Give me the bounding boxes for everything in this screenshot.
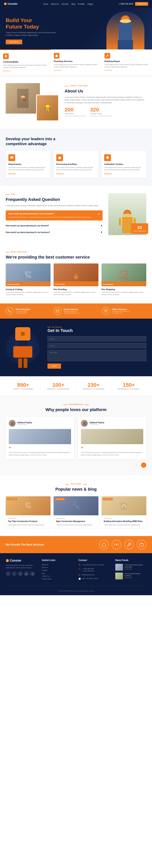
service-link-1[interactable]: Read More — [54, 69, 61, 71]
test-tag: Testimonials — [69, 403, 84, 405]
touch-email-input[interactable] — [47, 343, 146, 348]
testimonials-section: Testimonials Why people loves our platfo… — [0, 396, 152, 475]
faq-item-active[interactable]: How would I go about planning for my ren… — [6, 210, 103, 220]
adv-link-1[interactable]: Read More — [56, 173, 64, 174]
blog-content-1: Management Agile Construction Management… — [53, 515, 99, 528]
touch-section: Get In Touch Get In Touch Send — [0, 319, 152, 376]
adv-text-0: Lorem ipsum dolor sit amet, consectetur … — [8, 166, 48, 171]
test-header-1: 👤 Edward Hophy The Manager — [81, 420, 143, 427]
contact-button[interactable]: Contact Us — [135, 2, 148, 6]
blog-img-2: 15 Mar 2023 🏠 — [102, 496, 146, 515]
nav-home[interactable]: Home — [43, 3, 48, 5]
nav-portfolio[interactable]: Portfolio — [78, 3, 85, 5]
faq-chevron-1: ▼ — [100, 224, 103, 227]
service-name-2: Fire Stopping — [102, 288, 146, 290]
stats-item-1: 100+ Project Completed — [41, 382, 76, 390]
svg-rect-2 — [10, 156, 13, 158]
faq-question-0[interactable]: How would I go about planning for my ren… — [8, 212, 100, 215]
test-tag-line-left — [63, 405, 67, 405]
service-img-1: 🔥 Fire Proofing — [53, 264, 99, 286]
nav-pages[interactable]: Pages — [87, 3, 93, 5]
footer-clock-icon: 🕐 — [78, 578, 81, 580]
social-youtube[interactable]: ▶ — [24, 571, 29, 576]
footer-location-icon: 📍 — [78, 564, 81, 566]
nav-blog[interactable]: Blog — [71, 3, 75, 5]
blog-img-1: 18 Mar 2023 🔧 — [53, 496, 99, 515]
faq-desc: Lorem ipsum dolor sit amet, consectetur … — [6, 204, 103, 207]
nav-about[interactable]: About Us — [51, 3, 59, 5]
footer-link-1[interactable]: Services — [42, 567, 73, 568]
stats-item-0: 890+ Happy Customers — [6, 382, 41, 390]
footer-link-5[interactable]: Privacy Policy — [42, 578, 73, 580]
faq-question-2[interactable]: How would I go about planning for my bus… — [6, 231, 103, 234]
nav-services[interactable]: Services — [62, 3, 69, 5]
cs-tag-line — [6, 252, 9, 252]
service-link-0[interactable]: Read More — [3, 70, 11, 72]
customer-service-section: Best Services We're providing the best c… — [0, 243, 152, 303]
service-overlay-1: Fire Proofing — [53, 281, 99, 286]
adv-link-0[interactable]: Read More — [8, 173, 16, 174]
social-twitter[interactable]: t — [12, 571, 17, 576]
faq-item-2[interactable]: How would I go about planning for my bus… — [6, 229, 103, 236]
footer-brand-text: Lorem ipsum dolor sit amet, consectetur … — [6, 564, 36, 569]
adv-link-2[interactable]: Read More — [104, 173, 112, 174]
footer: C Conster Lorem ipsum dolor sit amet, co… — [0, 553, 152, 595]
footer-news-1[interactable]: Sed do eiusmod tempor incididunt 18 Mar … — [115, 572, 146, 580]
touch-name-input[interactable] — [47, 336, 146, 341]
contact-info-address: Office Address 123 Main Street, New York… — [102, 307, 146, 315]
service-desc-0: Lorem ipsum dolor sit amet, consectetur … — [6, 291, 50, 296]
test-card-1: 👤 Edward Hophy The Manager " Lorem ipsum… — [78, 417, 146, 459]
footer-link-0[interactable]: About Us — [42, 564, 73, 565]
service-name-1: Fire Proofing — [53, 288, 99, 290]
navbar-logo[interactable]: C Conster — [4, 2, 18, 5]
test-property-image-1 — [81, 429, 143, 444]
service-icon-2 — [105, 53, 110, 59]
service-cards: Customizability Lorem adipiscing elit, s… — [0, 50, 152, 75]
phone-icon-circle — [6, 307, 13, 315]
footer-news-img-0 — [115, 564, 123, 571]
footer-contact-title: Contact — [78, 559, 109, 562]
adv-card-1: Processing Facilities Lorem ipsum dolor … — [53, 151, 99, 178]
footer-contact-col: Contact 📍 123 Street, New York, NY 10001… — [78, 559, 109, 581]
stat-projects: 320 Industrial Projects Lorem ipsum adip… — [90, 107, 112, 117]
footer-news-0[interactable]: Lorem ipsum dolor sit amet consectetur 2… — [115, 564, 146, 571]
blog-card-2[interactable]: 15 Mar 2023 🏠 Technology Building Inform… — [102, 496, 146, 528]
test-prev-arrow[interactable]: ‹ — [134, 462, 140, 468]
blog-card-0[interactable]: 20 Mar 2023 🏗 Construction Top Titan Con… — [6, 496, 50, 528]
about-stats: 200 Total Workers Lorem ipsum adipiscing… — [65, 107, 146, 117]
test-avatar-0: 👤 — [9, 420, 15, 427]
about-tag: Over & Trusted — [70, 85, 88, 87]
blog-date-1: 18 Mar 2023 — [55, 498, 65, 500]
hero-cta-button[interactable]: Learn More — [6, 39, 22, 44]
about-content: Over & Trusted About Us Lorem ipsum dolo… — [65, 85, 146, 120]
test-next-arrow[interactable]: › — [141, 462, 146, 468]
footer-top: C Conster Lorem ipsum dolor sit amet, co… — [6, 559, 146, 581]
service-card-1: Plumbing Services Lorem adipiscing elit,… — [51, 50, 102, 75]
social-instagram[interactable]: ig — [30, 571, 35, 576]
footer-news-content-1: Sed do eiusmod tempor incididunt 18 Mar … — [124, 572, 146, 580]
social-linkedin[interactable]: in — [18, 571, 23, 576]
footer-phone-icon: 📞 — [78, 568, 81, 570]
service-link-2[interactable]: Read More — [105, 69, 112, 71]
cta-icon-3 — [137, 540, 146, 549]
service-item-0: 🏗 Curing & Cutting Curing & Cutting Lore… — [6, 264, 50, 296]
social-facebook[interactable]: f — [6, 571, 11, 576]
footer-link-3[interactable]: Blog — [42, 572, 73, 574]
footer-link-4[interactable]: Contact Us — [42, 575, 73, 577]
footer-link-2[interactable]: Portfolio — [42, 569, 73, 571]
blog-card-title-1: Agile Construction Management — [56, 520, 96, 523]
test-meta-0: Edward Hophy The Manager — [17, 421, 32, 425]
faq-chevron-2: ▼ — [100, 231, 103, 234]
nav-phone: +1 800-456-2840 — [119, 3, 133, 5]
touch-message-input[interactable] — [47, 350, 146, 361]
service-desc-1: Lorem ipsum dolor sit amet, consectetur … — [53, 291, 99, 296]
touch-submit-button[interactable]: Send — [47, 364, 61, 369]
footer-contact-address: 📍 123 Street, New York, NY 10001 — [78, 564, 109, 566]
blog-date-0: 20 Mar 2023 — [7, 498, 17, 500]
service-text-0: Lorem adipiscing elit, sed do eiusmod te… — [3, 64, 47, 69]
service-item-2: 🧱 Fire Stopping Fire Stopping Lorem ipsu… — [102, 264, 146, 296]
faq-item-1[interactable]: How would I go about planning for my ele… — [6, 222, 103, 229]
contact-phone-text: Phone Number +1 800-456-2840 +1 800-456-… — [15, 308, 30, 314]
blog-card-1[interactable]: 18 Mar 2023 🔧 Management Agile Construct… — [53, 496, 99, 528]
faq-question-1[interactable]: How would I go about planning for my ele… — [6, 224, 103, 227]
